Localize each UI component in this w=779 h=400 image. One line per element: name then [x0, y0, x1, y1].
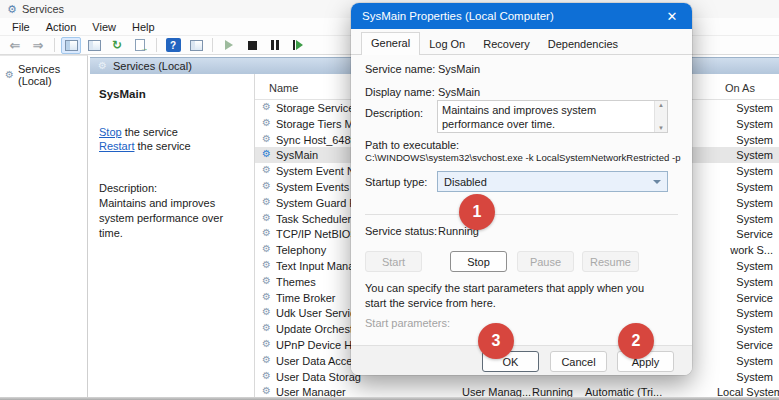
pause-service-button[interactable] — [265, 37, 285, 54]
service-name-label: Service name: — [365, 63, 435, 75]
service-gear-icon: ⚙ — [262, 244, 271, 254]
restart-service-button[interactable] — [288, 37, 308, 54]
toolbar-separator — [156, 38, 157, 52]
service-name-cell: Udk User Service — [276, 307, 362, 319]
service-gear-icon: ⚙ — [262, 165, 271, 175]
menu-view[interactable]: View — [84, 19, 124, 35]
restart-icon — [293, 40, 303, 50]
description-text: Maintains and improves system performanc… — [99, 196, 245, 241]
stop-button[interactable]: Stop — [450, 251, 507, 272]
scroll-up-icon[interactable]: ▲ — [658, 102, 664, 108]
cancel-button[interactable]: Cancel — [550, 351, 607, 372]
service-logon-cell: System — [693, 213, 773, 225]
start-service-button[interactable] — [219, 37, 239, 54]
refresh-icon: ↻ — [112, 39, 122, 51]
service-gear-icon: ⚙ — [262, 228, 271, 238]
resume-button[interactable]: Resume — [582, 251, 639, 272]
extended-view-button[interactable] — [186, 37, 206, 54]
start-button[interactable]: Start — [365, 251, 422, 272]
dialog-title: SysMain Properties (Local Computer) — [362, 10, 554, 22]
service-name-cell: System Event No — [276, 165, 361, 177]
service-name-cell: User Data Storag — [276, 371, 361, 383]
display-name-value: SysMain — [438, 86, 480, 98]
service-gear-icon: ⚙ — [262, 134, 271, 144]
annotation-step-1: 1 — [459, 194, 495, 230]
service-gear-icon: ⚙ — [262, 213, 271, 223]
startup-type-dropdown[interactable]: Disabled — [437, 171, 668, 192]
restart-service-suffix: the service — [134, 140, 190, 152]
tab-log-on[interactable]: Log On — [420, 34, 474, 55]
service-name-cell: Telephony — [276, 244, 326, 256]
forward-button[interactable]: ⇒ — [28, 37, 48, 54]
properties-icon — [88, 40, 101, 51]
service-gear-icon: ⚙ — [262, 323, 271, 333]
menu-action[interactable]: Action — [38, 19, 85, 35]
service-gear-icon: ⚙ — [262, 149, 271, 159]
tab-dependencies[interactable]: Dependencies — [539, 34, 627, 55]
tab-general[interactable]: General — [361, 32, 420, 55]
service-logon-cell: Service — [693, 228, 773, 240]
dialog-titlebar[interactable]: SysMain Properties (Local Computer) ✕ — [351, 3, 692, 29]
column-header-log-on-as[interactable]: On As — [725, 82, 755, 94]
service-gear-icon: ⚙ — [262, 181, 271, 191]
column-header-name[interactable]: Name — [269, 82, 298, 94]
scroll-down-icon[interactable]: ▼ — [658, 125, 664, 131]
selected-service-title: SysMain — [99, 88, 246, 100]
service-name-value: SysMain — [438, 63, 480, 75]
service-gear-icon: ⚙ — [262, 386, 271, 396]
stop-service-button[interactable] — [242, 37, 262, 54]
pause-button[interactable]: Pause — [517, 251, 574, 272]
service-logon-cell: System — [693, 165, 773, 177]
services-app-icon: ⚙ — [7, 4, 17, 15]
properties-button[interactable] — [84, 37, 104, 54]
console-tree-icon — [65, 40, 78, 51]
description-textbox-value: Maintains and improves system performanc… — [442, 103, 651, 132]
toolbar-separator — [54, 38, 55, 52]
help-icon: ? — [166, 38, 181, 52]
stop-service-link[interactable]: Stop — [99, 126, 122, 138]
tree-item-services-local[interactable]: ⚙ Services (Local) — [0, 56, 87, 89]
console-tree-panel: ⚙ Services (Local) — [0, 55, 88, 398]
dialog-body: Service name: SysMain Display name: SysM… — [351, 55, 692, 345]
services-window: ⚙ Services File Action View Help ⇐ ⇒ ↻ ?… — [0, 0, 779, 400]
show-console-tree-button[interactable] — [61, 37, 81, 54]
service-gear-icon: ⚙ — [262, 339, 271, 349]
path-label: Path to executable: — [365, 139, 459, 151]
close-icon[interactable]: ✕ — [652, 3, 692, 29]
export-list-button[interactable] — [130, 37, 150, 54]
service-logon-cell: System — [693, 149, 773, 161]
service-gear-icon: ⚙ — [262, 276, 271, 286]
help-button[interactable]: ? — [163, 37, 183, 54]
restart-service-link[interactable]: Restart — [99, 140, 134, 152]
menu-file[interactable]: File — [4, 19, 38, 35]
service-name-cell: Storage Service — [276, 102, 354, 114]
service-gear-icon: ⚙ — [262, 292, 271, 302]
service-logon-cell: System — [693, 118, 773, 130]
services-node-icon: ⚙ — [5, 70, 14, 80]
tree-item-label: Services (Local) — [18, 63, 85, 87]
back-button[interactable]: ⇐ — [5, 37, 25, 54]
menu-help[interactable]: Help — [124, 19, 163, 35]
service-logon-cell: System — [693, 102, 773, 114]
tab-recovery[interactable]: Recovery — [474, 34, 538, 55]
refresh-button[interactable]: ↻ — [107, 37, 127, 54]
service-logon-cell: System — [693, 371, 773, 383]
restart-service-line: Restart the service — [99, 140, 246, 152]
service-logon-cell: System — [693, 307, 773, 319]
service-gear-icon: ⚙ — [262, 260, 271, 270]
description-textbox[interactable]: Maintains and improves system performanc… — [437, 100, 668, 133]
service-logon-cell: System — [693, 323, 773, 335]
service-gear-icon: ⚙ — [262, 371, 271, 381]
path-value: C:\WINDOWS\system32\svchost.exe -k Local… — [365, 152, 683, 163]
service-gear-icon: ⚙ — [262, 102, 271, 112]
service-gear-icon: ⚙ — [262, 197, 271, 207]
content-header-title: Services (Local) — [113, 60, 192, 72]
service-name-cell: Themes — [276, 276, 316, 288]
description-scrollbar[interactable]: ▲ ▼ — [654, 101, 667, 132]
chevron-down-icon — [653, 180, 661, 184]
dialog-tabs: General Log On Recovery Dependencies — [351, 30, 692, 55]
description-field-label: Description: — [365, 107, 423, 119]
forward-arrow-icon: ⇒ — [33, 39, 44, 52]
service-logon-cell: System — [693, 355, 773, 367]
service-logon-cell: work S... — [693, 244, 773, 256]
